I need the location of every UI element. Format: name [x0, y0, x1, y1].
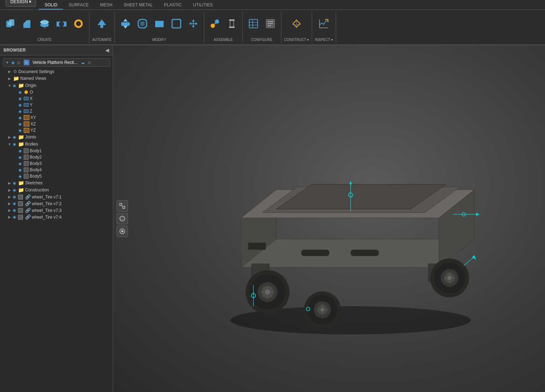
design-button[interactable]: DESIGN ▾ — [6, 0, 36, 7]
extrude-btn[interactable] — [20, 17, 35, 32]
body2-label: Body2 — [30, 155, 111, 160]
assemble-icon2 — [226, 18, 238, 31]
body1-body-icon — [24, 148, 29, 153]
assemble-btn2[interactable] — [224, 17, 240, 32]
browser-close-btn[interactable]: ◀ — [105, 47, 109, 53]
configure-icon1 — [248, 18, 259, 31]
shell-btn[interactable] — [169, 17, 184, 32]
construct-icon — [291, 18, 302, 31]
tree-item-document-settings[interactable]: ▶ ⚙ Document Settings — [0, 68, 113, 75]
tree-item-wheel-tire-3[interactable]: ▶ ◉ 🔗 wheel_Tire v7:3 — [0, 207, 113, 214]
expand-bodies[interactable]: ▼ — [7, 142, 12, 147]
root-expand[interactable]: ▼ — [5, 60, 9, 65]
wt2-vis-icon: ◉ — [13, 201, 16, 206]
tree-item-construction[interactable]: ▶ ◉ 📁 Construction — [0, 186, 113, 194]
expand-construction[interactable]: ▶ — [7, 188, 12, 192]
tab-mesh[interactable]: MESH — [94, 1, 118, 10]
construct-btn[interactable] — [289, 17, 304, 32]
expand-document-settings[interactable]: ▶ — [7, 69, 12, 74]
tree-item-body3[interactable]: ◉ Body3 — [0, 160, 113, 167]
origin-z-label: Z — [30, 109, 111, 114]
wheel-br-cap — [447, 276, 452, 280]
expand-joints[interactable]: ▶ — [7, 135, 12, 139]
tree-item-joints[interactable]: ▶ ◉ 📁 Joints — [0, 133, 113, 141]
fillet-btn[interactable] — [71, 17, 86, 32]
wt4-link-icon: 🔗 — [25, 214, 31, 220]
move-btn[interactable] — [186, 17, 201, 32]
chamfer-btn[interactable] — [152, 17, 167, 32]
hole-btn[interactable] — [54, 17, 69, 32]
expand-sketches[interactable]: ▶ — [7, 180, 12, 185]
svg-rect-27 — [229, 19, 235, 21]
body2-vis-icon: ◉ — [18, 155, 22, 160]
svg-rect-19 — [140, 22, 145, 26]
tree-item-origin-z[interactable]: ◉ Z — [0, 108, 113, 114]
tree-item-body1[interactable]: ◉ Body1 — [0, 148, 113, 154]
tree-item-body4[interactable]: ◉ Body4 — [0, 167, 113, 173]
wt4-vis-icon: ◉ — [13, 215, 16, 219]
expand-origin[interactable]: ▼ — [7, 83, 12, 88]
press-pull-btn[interactable] — [118, 17, 133, 32]
configure-label: CONFIGURE — [251, 36, 272, 42]
orbit-btn[interactable] — [117, 213, 128, 224]
tree-item-bodies[interactable]: ▼ ◉ 📁 Bodies — [0, 141, 113, 148]
inspect-btn[interactable] — [316, 17, 332, 32]
assemble-label: ASSEMBLE — [214, 36, 233, 42]
root-component[interactable]: ▼ ◉ ◎ C Vehicle Platform Recti... ☁ ⊙ — [3, 58, 110, 67]
body4-body-icon — [24, 167, 29, 172]
tab-plastic[interactable]: PLASTIC — [158, 1, 187, 10]
svg-rect-20 — [155, 21, 164, 27]
ribbon-group-automate: AUTOMATE — [89, 11, 115, 43]
configure-btn2[interactable] — [263, 17, 278, 32]
svg-marker-21 — [155, 19, 158, 21]
ribbon: + — [0, 10, 545, 45]
tree-item-origin-o[interactable]: ◉ O — [0, 89, 113, 95]
tree-item-body5[interactable]: ◉ Body5 — [0, 173, 113, 179]
tab-solid[interactable]: SOLID — [39, 1, 63, 10]
tab-sheet-metal[interactable]: SHEET METAL — [118, 1, 158, 10]
expand-wt3[interactable]: ▶ — [7, 208, 12, 213]
tree-item-origin[interactable]: ▼ ◉ 📁 Origin — [0, 82, 113, 89]
expand-wt2[interactable]: ▶ — [7, 201, 12, 206]
viewport[interactable] — [113, 45, 545, 392]
construct-items — [289, 13, 304, 36]
inspect-items — [316, 13, 332, 36]
yz-plane-icon — [24, 128, 29, 133]
tree-item-origin-x[interactable]: ◉ X — [0, 95, 113, 102]
create-new-component-btn[interactable]: + — [3, 17, 18, 32]
configure-btn1[interactable] — [246, 17, 261, 32]
assemble-btn1[interactable] — [207, 17, 223, 32]
tree-item-wheel-tire-1[interactable]: ▶ ◉ 🔗 wheel_Tire v7:1 — [0, 194, 113, 200]
tree-item-origin-yz[interactable]: ◉ YZ — [0, 127, 113, 133]
tab-utilities[interactable]: UTILITIES — [187, 1, 218, 10]
revolve-btn[interactable] — [37, 17, 52, 32]
tree-item-origin-xy[interactable]: ◉ XY — [0, 114, 113, 121]
expand-named-views[interactable]: ▶ — [7, 76, 12, 81]
svg-rect-3 — [23, 24, 30, 28]
3d-model-container — [199, 91, 503, 346]
tree-item-sketches[interactable]: ▶ ◉ 📁 Sketches — [0, 179, 113, 186]
named-views-label: Named Views — [20, 76, 111, 81]
wheel-fr-cap — [321, 308, 324, 311]
tab-surface[interactable]: SURFACE — [63, 1, 94, 10]
look-at-btn[interactable] — [117, 226, 128, 237]
tree-item-wheel-tire-4[interactable]: ▶ ◉ 🔗 wheel_Tire v7:4 — [0, 214, 113, 220]
document-settings-label: Document Settings — [18, 69, 111, 74]
browser-panel: BROWSER ◀ ▼ ◉ ◎ C Vehicle Platform Recti… — [0, 45, 113, 392]
fillet2-btn[interactable] — [135, 17, 150, 32]
origin-xz-label: XZ — [30, 121, 111, 126]
expand-wt1[interactable]: ▶ — [7, 195, 12, 200]
tree-item-origin-y[interactable]: ◉ Y — [0, 102, 113, 108]
z-vis-icon: ◉ — [18, 109, 22, 114]
assemble-items — [207, 13, 240, 36]
tree-item-wheel-tire-2[interactable]: ▶ ◉ 🔗 wheel_Tire v7:2 — [0, 200, 113, 207]
tree-item-body2[interactable]: ◉ Body2 — [0, 154, 113, 160]
chamfer-icon — [154, 18, 165, 31]
tree-item-named-views[interactable]: ▶ 📁 Named Views — [0, 75, 113, 82]
expand-wt4[interactable]: ▶ — [7, 215, 12, 220]
ribbon-group-configure: CONFIGURE — [243, 11, 281, 43]
create-items: + — [3, 13, 86, 36]
automate-btn[interactable] — [94, 17, 110, 32]
tree-item-origin-xz[interactable]: ◉ XZ — [0, 121, 113, 127]
zoom-fit-btn[interactable] — [117, 200, 128, 212]
